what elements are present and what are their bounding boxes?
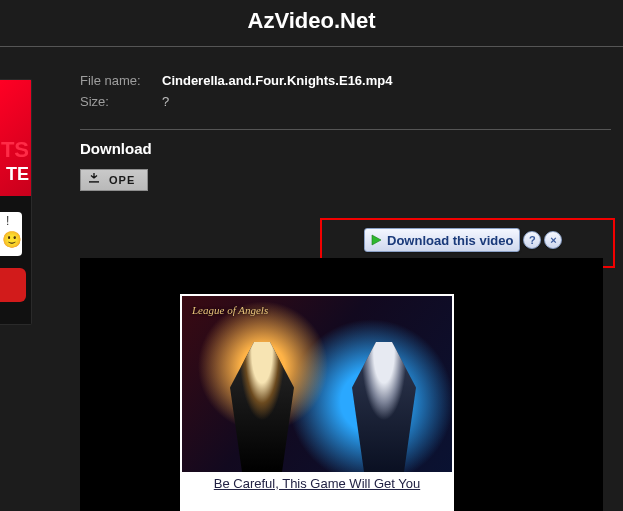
download-heading: Download [80,140,611,157]
page-root: AzVideo.Net TS TE ! 🙂 File name: Cindere… [0,0,623,511]
file-info: File name: Cinderella.and.Four.Knights.E… [60,73,611,123]
close-icon: × [550,234,556,246]
ope-button[interactable]: OPE [80,169,148,191]
game-ad-caption: Be Careful, This Game Will Get You [182,472,452,511]
ad-fragment-2: TE [6,164,29,185]
video-player-area[interactable]: League of Angels Be Careful, This Game W… [80,258,603,511]
game-character-2 [344,342,424,472]
divider-top [0,46,623,47]
download-this-video-label: Download this video [387,233,513,248]
file-name-row: File name: Cinderella.and.Four.Knights.E… [80,73,611,88]
header: AzVideo.Net [0,0,623,46]
download-video-toolbar: Download this video ? × [364,228,562,252]
svg-rect-0 [89,181,99,182]
divider-info [80,129,611,130]
ad-red-pill [0,268,26,302]
file-size-row: Size: ? [80,94,611,109]
ad-exclaim: ! [6,214,9,228]
game-ad-logo: League of Angels [192,304,268,316]
file-size-label: Size: [80,94,162,109]
play-icon [369,233,383,247]
game-ad[interactable]: League of Angels Be Careful, This Game W… [180,294,454,511]
site-title: AzVideo.Net [0,8,623,34]
left-sidebar: TS TE ! 🙂 [0,73,60,503]
file-size-value: ? [162,94,169,109]
svg-marker-1 [372,235,381,245]
close-button[interactable]: × [544,231,562,249]
ad-fragment-1: TS [1,140,29,160]
download-this-video-button[interactable]: Download this video [364,228,520,252]
help-icon: ? [529,234,536,246]
left-ad-clipped[interactable]: TS TE ! 🙂 [0,79,32,325]
ope-button-label: OPE [109,174,135,186]
file-name-label: File name: [80,73,162,88]
file-name-value: Cinderella.and.Four.Knights.E16.mp4 [162,73,392,88]
game-character-1 [222,342,302,472]
game-ad-art: League of Angels [182,296,452,472]
download-arrow-icon [89,173,99,187]
smile-emoji-icon: 🙂 [2,230,22,249]
content-col: File name: Cinderella.and.Four.Knights.E… [60,73,623,191]
help-button[interactable]: ? [523,231,541,249]
